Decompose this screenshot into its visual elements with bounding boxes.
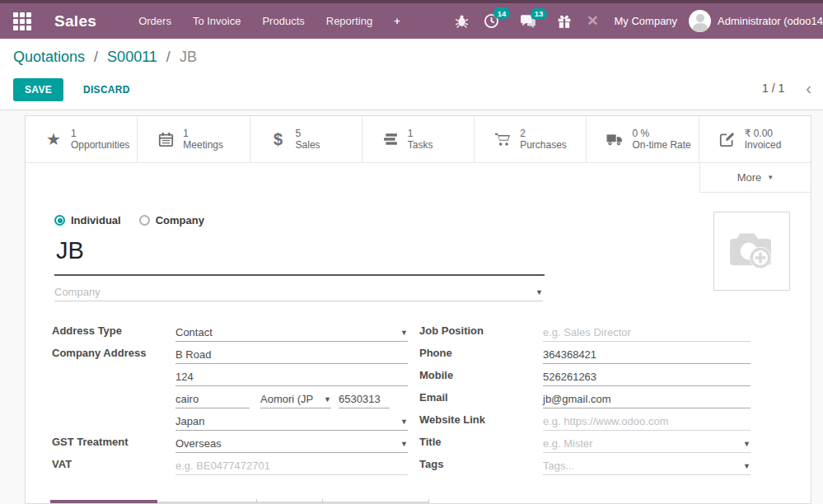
form-right-column: Job Position e.g. Sales Director Phone 3… [419, 320, 751, 475]
messages-badge: 13 [531, 8, 548, 20]
phone-input[interactable]: 364368421 [543, 346, 751, 364]
gst-treatment-select[interactable]: Overseas ▼ [175, 435, 408, 453]
breadcrumb-quotations[interactable]: Quotations [13, 49, 85, 65]
vat-input[interactable]: e.g. BE0477472701 [175, 457, 408, 475]
radio-company-icon[interactable] [139, 215, 150, 226]
chevron-down-icon: ▼ [767, 174, 774, 181]
stat-meetings[interactable]: 1Meetings [138, 116, 250, 162]
pager-prev-icon[interactable]: ‹ [806, 82, 811, 94]
notebook-tabstrip [26, 499, 811, 503]
radio-individual-icon[interactable] [54, 215, 65, 226]
breadcrumb-current: JB [180, 49, 197, 65]
chevron-down-icon: ▼ [740, 440, 751, 448]
contact-name-input[interactable]: JB [54, 236, 545, 276]
edit-icon [718, 132, 737, 147]
chevron-down-icon: ▼ [320, 395, 331, 404]
stat-invoiced[interactable]: ₹ 0.00Invoiced [699, 116, 811, 162]
gift-icon[interactable] [557, 14, 572, 29]
field-row-country: Japan ▼ [52, 408, 408, 431]
top-navbar: Sales Orders To Invoice Products Reporti… [0, 0, 823, 39]
country-select[interactable]: Japan ▼ [175, 413, 408, 431]
control-panel: Quotations / S00011 / JB SAVE DISCARD 1 … [0, 39, 823, 110]
apps-menu-icon[interactable] [13, 12, 31, 30]
company-switcher[interactable]: My Company [615, 15, 678, 27]
address-type-select[interactable]: Contact ▼ [175, 324, 408, 342]
calendar-icon [156, 132, 175, 147]
form-sheet: ★ 1Opportunities 1Meetings $ 5Sales [25, 115, 811, 504]
chevron-down-icon: ▼ [740, 462, 751, 470]
stat-sales[interactable]: $ 5Sales [250, 116, 362, 162]
bug-icon[interactable] [455, 14, 469, 28]
field-row-mobile: Mobile 526261263 [419, 364, 751, 386]
active-tab-border[interactable] [50, 500, 157, 503]
title-select[interactable]: e.g. Mister ▼ [543, 435, 751, 453]
user-menu[interactable]: Administrator (odoo14 [718, 15, 823, 27]
field-row-street2: 124 [52, 364, 408, 386]
pager: 1 / 1 ‹ [762, 82, 811, 95]
activities-icon[interactable]: 14 [484, 13, 499, 29]
field-row-job-position: Job Position e.g. Sales Director [419, 320, 751, 342]
field-row-phone: Phone 364368421 [419, 342, 751, 364]
company-name-input[interactable]: Company ▼ [54, 283, 543, 301]
stat-opportunities[interactable]: ★ 1Opportunities [26, 116, 138, 162]
chevron-down-icon: ▼ [397, 440, 408, 448]
more-button[interactable]: More▼ [699, 163, 811, 193]
breadcrumb-s00011[interactable]: S00011 [107, 49, 157, 65]
cart-icon [493, 132, 512, 147]
street2-input[interactable]: 124 [175, 368, 408, 386]
field-row-tags: Tags Tags... ▼ [419, 453, 751, 475]
close-debug-icon[interactable]: ✕ [587, 12, 598, 30]
dollar-icon: $ [269, 131, 288, 147]
field-row-address-type: Address Type Contact ▼ [52, 320, 408, 342]
save-button[interactable]: SAVE [13, 78, 63, 101]
star-icon: ★ [44, 131, 63, 147]
chevron-down-icon: ▼ [397, 418, 408, 426]
field-row-street: Company Address B Road [52, 342, 408, 364]
job-position-input[interactable]: e.g. Sales Director [543, 324, 751, 342]
field-row-city-state-zip: cairo Aomori (JP ▼ 6530313 [52, 386, 408, 408]
messages-icon[interactable]: 13 [520, 14, 536, 29]
app-title[interactable]: Sales [54, 12, 96, 30]
street-input[interactable]: B Road [175, 346, 408, 364]
chevron-down-icon: ▼ [397, 329, 408, 337]
plus-menu-icon[interactable]: + [383, 3, 411, 39]
discard-button[interactable]: DISCARD [77, 78, 137, 101]
pager-count: 1 / 1 [762, 82, 784, 95]
field-row-title: Title e.g. Mister ▼ [419, 431, 751, 453]
radio-company[interactable]: Company [139, 214, 204, 226]
field-row-gst-treatment: GST Treatment Overseas ▼ [52, 431, 408, 453]
stat-purchases[interactable]: 2Purchases [475, 116, 587, 162]
stat-button-row: ★ 1Opportunities 1Meetings $ 5Sales [26, 116, 811, 163]
camera-plus-icon [725, 228, 779, 274]
activities-badge: 14 [493, 7, 511, 19]
main-menu: Orders To Invoice Products Reporting + [128, 3, 411, 39]
email-input[interactable]: jb@gmail.com [543, 390, 751, 408]
field-row-vat: VAT e.g. BE0477472701 [52, 453, 408, 475]
stat-ontime[interactable]: 0 %On-time Rate [587, 116, 699, 162]
field-row-website: Website Link e.g. https://www.odoo.com [419, 408, 751, 431]
city-input[interactable]: cairo [175, 390, 250, 408]
mobile-input[interactable]: 526261263 [543, 368, 751, 386]
menu-products[interactable]: Products [251, 3, 315, 39]
tasks-icon [381, 133, 400, 146]
menu-orders[interactable]: Orders [128, 3, 182, 39]
user-avatar[interactable] [689, 10, 711, 32]
menu-to-invoice[interactable]: To Invoice [182, 3, 252, 39]
chevron-down-icon: ▼ [535, 288, 543, 296]
topbar-right: 14 13 ✕ My Company Administrator (odoo14 [447, 10, 823, 32]
radio-individual[interactable]: Individual [54, 214, 121, 226]
website-input[interactable]: e.g. https://www.odoo.com [543, 413, 751, 431]
state-select[interactable]: Aomori (JP ▼ [260, 390, 331, 408]
breadcrumb: Quotations / S00011 / JB [13, 49, 197, 66]
zip-input[interactable]: 6530313 [339, 390, 390, 408]
truck-icon [605, 133, 624, 147]
contact-type-radios: Individual Company [54, 214, 222, 226]
tags-input[interactable]: Tags... ▼ [543, 457, 751, 475]
contact-image-upload[interactable] [713, 212, 790, 291]
form-left-column: Address Type Contact ▼ Company Address B… [52, 320, 408, 475]
stat-tasks[interactable]: 1Tasks [362, 116, 475, 162]
field-row-email: Email jb@gmail.com [419, 386, 751, 408]
more-row: More▼ [26, 163, 811, 193]
menu-reporting[interactable]: Reporting [316, 3, 383, 39]
